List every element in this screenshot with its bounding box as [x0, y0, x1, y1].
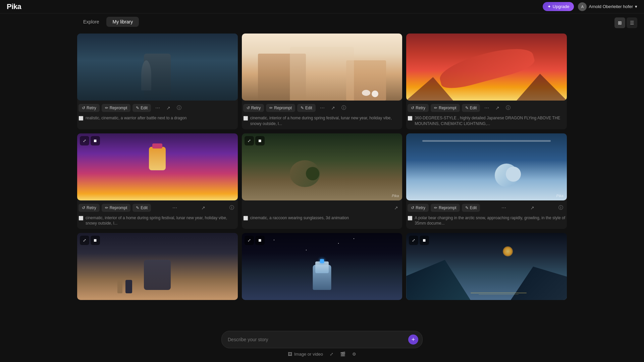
- card-prompt: ⬜ cinematic, a raccoon wearing sunglasse…: [242, 214, 402, 224]
- more-options-button[interactable]: ⋯: [499, 203, 508, 213]
- input-container: + 🖼 Image or video ⤢ 🎬 ⚙: [221, 331, 423, 357]
- card-prompt: ⬜ cinematic, interior of a home during s…: [242, 114, 402, 129]
- video-thumbnail: ⤢ ⏹: [406, 233, 567, 300]
- reprompt-button[interactable]: ✏ Reprompt: [431, 204, 460, 212]
- image-icon: 🖼: [288, 352, 292, 357]
- stop-thumb-button[interactable]: ⏹: [91, 136, 100, 145]
- video-icon: 🎬: [340, 352, 345, 357]
- edit-button[interactable]: ✎ Edit: [297, 104, 316, 112]
- tab-explore[interactable]: Explore: [77, 17, 105, 27]
- video-thumbnail: ⤢ ⏹ Pika: [242, 133, 402, 200]
- main-content: ↺ Retry ✏ Reprompt ✎ Edit ⋯ ↗ ⓘ ⬜: [0, 30, 644, 340]
- more-options-button[interactable]: ⋯: [482, 103, 491, 113]
- edit-icon: ✎: [465, 205, 469, 210]
- edit-icon: ✎: [465, 106, 469, 110]
- prompt-icon: ⬜: [243, 216, 248, 221]
- edit-icon: ✎: [136, 205, 139, 210]
- upgrade-button[interactable]: ✦ Upgrade: [543, 2, 574, 11]
- settings-tool-button[interactable]: ⚙: [352, 352, 356, 357]
- expand-thumb-button[interactable]: ⤢: [409, 236, 418, 245]
- expand-thumb-button[interactable]: ⤢: [245, 236, 254, 245]
- more-options-button[interactable]: ⋯: [170, 203, 179, 213]
- expand-thumb-button[interactable]: ⤢: [80, 136, 89, 145]
- topbar-right: ✦ Upgrade A Arnold Oberleiter hofer ▾: [543, 2, 637, 11]
- retry-button[interactable]: ↺ Retry: [78, 204, 100, 212]
- expand-thumb-button[interactable]: ⤢: [245, 136, 254, 145]
- card-prompt: ⬜ 360-DEGREES-STYLE , highly detailed Ja…: [406, 114, 567, 129]
- video-tool-button[interactable]: 🎬: [340, 352, 345, 357]
- reprompt-button[interactable]: ✏ Reprompt: [102, 204, 131, 212]
- pika-watermark: Pika: [392, 194, 399, 198]
- retry-button[interactable]: ↺ Retry: [243, 104, 264, 112]
- story-input-row: +: [221, 331, 423, 348]
- edit-icon: ✎: [301, 106, 304, 110]
- add-story-button[interactable]: +: [408, 335, 418, 345]
- video-card: ⤢ ⏹: [77, 233, 238, 300]
- pika-watermark: Pika: [556, 194, 564, 198]
- info-button[interactable]: ⓘ: [174, 103, 184, 113]
- retry-button[interactable]: ↺ Retry: [408, 104, 429, 112]
- info-button[interactable]: ⓘ: [227, 203, 236, 213]
- more-options-button[interactable]: ⋯: [318, 103, 327, 113]
- expand-thumb-button[interactable]: ⤢: [80, 236, 89, 245]
- logo: Pika: [7, 2, 21, 11]
- share-button[interactable]: ↗: [528, 203, 537, 213]
- card-prompt: ⬜ A polar bear charging in the arctic sn…: [406, 214, 567, 229]
- expand-icon: ⤢: [330, 352, 333, 357]
- upgrade-star-icon: ✦: [547, 4, 551, 9]
- reprompt-button[interactable]: ✏ Reprompt: [102, 104, 131, 112]
- retry-icon: ↺: [411, 106, 414, 110]
- card-right-icons: ⋯ ↗ ⓘ: [482, 103, 513, 113]
- share-button[interactable]: ↗: [493, 103, 502, 113]
- stop-thumb-button[interactable]: ⏹: [255, 236, 265, 245]
- bottom-bar: + 🖼 Image or video ⤢ 🎬 ⚙: [0, 327, 644, 362]
- topbar: Pika ✦ Upgrade A Arnold Oberleiter hofer…: [0, 0, 644, 13]
- more-options-button[interactable]: ⋯: [153, 103, 162, 113]
- card-actions: ↺ Retry ✏ Reprompt ✎ Edit ⋯ ↗ ⓘ: [406, 101, 567, 114]
- edit-button[interactable]: ✎ Edit: [462, 104, 480, 112]
- story-input[interactable]: [228, 337, 406, 342]
- card-actions: ↗: [242, 200, 402, 214]
- card-actions: ↺ Retry ✏ Reprompt ✎ Edit ⋯ ↗ ⓘ: [77, 200, 238, 214]
- retry-icon: ↺: [82, 205, 85, 210]
- list-view-button[interactable]: ☰: [627, 17, 637, 28]
- edit-button[interactable]: ✎ Edit: [132, 204, 151, 212]
- edit-button[interactable]: ✎ Edit: [132, 104, 151, 112]
- thumb-overlay-icons: ⤢ ⏹: [80, 236, 100, 245]
- chevron-down-icon: ▾: [635, 4, 637, 9]
- retry-icon: ↺: [411, 205, 414, 210]
- reprompt-button[interactable]: ✏ Reprompt: [431, 104, 460, 112]
- tab-my-library[interactable]: My library: [106, 17, 139, 27]
- thumb-overlay-icons: ⤢ ⏹: [80, 136, 100, 145]
- share-button[interactable]: ↗: [164, 103, 173, 113]
- info-button[interactable]: ⓘ: [503, 103, 513, 113]
- retry-icon: ↺: [82, 106, 85, 110]
- retry-button[interactable]: ↺ Retry: [408, 204, 429, 212]
- card-prompt: ⬜ cinematic, interior of a home during s…: [77, 214, 238, 229]
- share-button[interactable]: ↗: [391, 203, 401, 213]
- thumb-overlay-icons: ⤢ ⏹: [245, 136, 265, 145]
- edit-pencil-icon: ✏: [434, 106, 437, 110]
- image-video-tool-button[interactable]: 🖼 Image or video: [288, 352, 323, 357]
- stop-thumb-button[interactable]: ⏹: [420, 236, 429, 245]
- retry-button[interactable]: ↺ Retry: [78, 104, 100, 112]
- card-actions: ↺ Retry ✏ Reprompt ✎ Edit ⋯ ↗ ⓘ: [77, 101, 238, 114]
- video-card: ↺ Retry ✏ Reprompt ✎ Edit ⋯ ↗ ⓘ ⬜: [77, 34, 238, 129]
- reprompt-button[interactable]: ✏ Reprompt: [266, 104, 295, 112]
- user-name: Arnold Oberleiter hofer: [589, 4, 633, 9]
- video-thumbnail: [406, 34, 567, 101]
- card-right-icons: ⋯ ↗ ⓘ: [318, 103, 348, 113]
- stop-thumb-button[interactable]: ⏹: [91, 236, 100, 245]
- edit-button[interactable]: ✎ Edit: [462, 204, 480, 212]
- share-button[interactable]: ↗: [199, 203, 208, 213]
- video-grid: ↺ Retry ✏ Reprompt ✎ Edit ⋯ ↗ ⓘ ⬜: [77, 34, 567, 300]
- expand-tool-button[interactable]: ⤢: [330, 352, 333, 357]
- info-button[interactable]: ⓘ: [556, 203, 566, 213]
- user-menu[interactable]: A Arnold Oberleiter hofer ▾: [578, 2, 637, 11]
- stop-thumb-button[interactable]: ⏹: [255, 136, 265, 145]
- video-card: Pika ↺ Retry ✏ Reprompt ✎ Edit ⋯ ↗ ⓘ: [406, 133, 567, 229]
- thumb-overlay-icons: ⤢ ⏹: [409, 236, 429, 245]
- grid-view-button[interactable]: ⊞: [614, 17, 625, 28]
- info-button[interactable]: ⓘ: [339, 103, 348, 113]
- share-button[interactable]: ↗: [328, 103, 338, 113]
